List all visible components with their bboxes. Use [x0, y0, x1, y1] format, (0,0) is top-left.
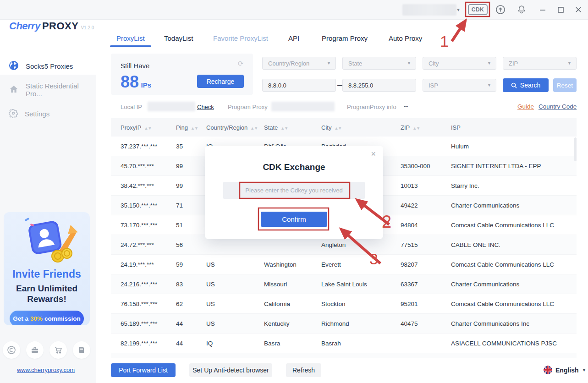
- website-link[interactable]: www.cherryproxy.com: [14, 367, 78, 373]
- cell-zip: 35300-000: [400, 156, 451, 176]
- sort-icon[interactable]: ▲▼: [280, 126, 288, 131]
- tab-todaylist[interactable]: TodayList: [164, 34, 193, 42]
- zip-filter-select[interactable]: ZIP▼: [503, 57, 577, 70]
- notification-bell-icon[interactable]: [516, 4, 527, 17]
- minimize-button[interactable]: [538, 5, 547, 16]
- sort-icon[interactable]: ▲▼: [412, 126, 420, 131]
- account-dropdown-blurred[interactable]: [402, 4, 456, 16]
- maximize-button[interactable]: [556, 5, 565, 16]
- refresh-button[interactable]: Refresh: [286, 363, 321, 377]
- confirm-button[interactable]: Confirm: [261, 212, 327, 227]
- sidebar-item-static-residential[interactable]: Static Residential Pro...: [0, 82, 96, 98]
- cell-country: US: [206, 314, 264, 334]
- chevron-down-icon: ▼: [582, 367, 587, 372]
- recharge-button[interactable]: Recharge: [197, 75, 244, 88]
- column-header-state[interactable]: State▲▼: [264, 118, 321, 137]
- invite-friends-card[interactable]: Invite Friends Earn Unlimited Rewards! G…: [4, 212, 90, 325]
- cell-proxyip: 45.70.***.***: [111, 156, 176, 176]
- sidebar-item-label: Static Residential Pro...: [26, 82, 96, 98]
- table-row[interactable]: 24.216.***.***83USMissouriLake Saint Lou…: [111, 274, 577, 294]
- column-header-isp[interactable]: ISP: [451, 118, 577, 137]
- local-ip-label: Local IP: [121, 104, 142, 110]
- book-icon[interactable]: [73, 341, 90, 359]
- column-header-country[interactable]: Country/Region▲▼: [206, 118, 264, 137]
- cell-ping: 56: [176, 235, 206, 255]
- ip-from-field-wrap: [262, 79, 336, 92]
- cell-proxyip: 82.199.***.***: [111, 334, 176, 353]
- column-header-ping[interactable]: Ping▲▼: [176, 118, 206, 137]
- table-row[interactable]: 82.199.***.***44IQBasraBasrahASIACELL CO…: [111, 334, 577, 353]
- chevron-down-icon: ▼: [327, 61, 331, 66]
- sort-icon[interactable]: ▲▼: [334, 126, 341, 131]
- ip-range-from-input[interactable]: [262, 79, 336, 92]
- program-proxy-value-blurred: [271, 102, 335, 111]
- cdkey-input[interactable]: [223, 182, 365, 199]
- cell-zip: [400, 137, 451, 156]
- column-header-zip[interactable]: ZIP▲▼: [400, 118, 451, 137]
- table-row[interactable]: 24.19.***.***59USWashingtonEverett98207C…: [111, 255, 577, 274]
- service-icon[interactable]: [3, 341, 20, 359]
- guide-link[interactable]: Guide: [517, 103, 534, 110]
- sort-icon[interactable]: ▲▼: [191, 126, 198, 131]
- cell-ping: 44: [176, 334, 206, 353]
- cell-ping: 44: [176, 314, 206, 334]
- country-filter-select[interactable]: Country/Region▼: [262, 57, 336, 70]
- cart-icon[interactable]: [49, 341, 67, 359]
- reset-button[interactable]: Reset: [553, 78, 577, 92]
- cell-isp: Charter Communications: [451, 196, 577, 215]
- commission-button[interactable]: Get a 30% commission: [10, 311, 84, 325]
- check-link[interactable]: Check: [197, 104, 214, 110]
- sort-icon[interactable]: ▲▼: [144, 126, 152, 131]
- city-filter-select[interactable]: City▼: [423, 57, 496, 70]
- account-caret-icon[interactable]: ▾: [457, 6, 460, 13]
- cell-state: Missouri: [264, 274, 321, 294]
- logo-version: V1.2.0: [81, 25, 94, 30]
- table-row[interactable]: 65.189.***.***44USKentuckyRichmond40475C…: [111, 314, 577, 334]
- upgrade-icon[interactable]: [495, 4, 506, 17]
- sidebar-item-socks5-proxies[interactable]: Socks5 Proxies: [0, 58, 96, 74]
- sidebar-item-settings[interactable]: Settings: [0, 106, 96, 121]
- country-code-link[interactable]: Country Code: [539, 103, 577, 110]
- table-scrollbar-thumb[interactable]: [574, 137, 577, 161]
- close-button[interactable]: [574, 5, 583, 16]
- tab-favorite-proxylist[interactable]: Favorite ProxyList: [213, 34, 268, 42]
- cell-zip: 98207: [400, 255, 451, 274]
- cell-country: US: [206, 255, 264, 274]
- chevron-down-icon: ▼: [487, 83, 491, 88]
- cell-proxyip: 35.150.***.***: [111, 196, 176, 215]
- column-header-city[interactable]: City▲▼: [321, 118, 400, 137]
- programproxy-info-label: ProgramProxy info: [347, 104, 396, 110]
- chevron-down-icon: ▼: [407, 61, 411, 66]
- cdk-button[interactable]: CDK: [468, 4, 488, 15]
- tab-program-proxy[interactable]: Program Proxy: [322, 34, 368, 42]
- cell-isp: CABLE ONE INC.: [451, 235, 577, 255]
- ip-range-to-input[interactable]: [342, 79, 416, 92]
- cell-country: US: [206, 294, 264, 314]
- cell-city: Everett: [321, 255, 400, 274]
- cell-zip: 63367: [400, 274, 451, 294]
- logo-proxy: PROXY: [42, 20, 79, 32]
- search-button[interactable]: Search: [503, 78, 549, 92]
- isp-filter-select[interactable]: ISP▼: [423, 79, 496, 92]
- table-row[interactable]: 76.158.***.***62USCaliforniaStockton9520…: [111, 294, 577, 314]
- tab-auto-proxy[interactable]: Auto Proxy: [389, 34, 422, 42]
- tab-proxylist[interactable]: ProxyList: [116, 34, 145, 42]
- language-selector[interactable]: English ▼: [544, 366, 586, 374]
- anti-detect-browser-button[interactable]: Set Up Anti-detect browser: [189, 363, 272, 377]
- column-header-proxyip[interactable]: ProxyIP▲▼: [111, 118, 176, 137]
- refresh-balance-icon[interactable]: ⟳: [238, 60, 244, 68]
- state-filter-select[interactable]: State▼: [342, 57, 416, 70]
- cell-zip: 95201: [400, 294, 451, 314]
- language-label: English: [555, 367, 579, 374]
- modal-close-icon[interactable]: ×: [371, 149, 376, 159]
- briefcase-icon[interactable]: [26, 341, 44, 359]
- cell-proxyip: 76.158.***.***: [111, 294, 176, 314]
- cell-ping: 35: [176, 137, 206, 156]
- port-forward-list-button[interactable]: Port Forward List: [111, 363, 176, 377]
- cell-state: California: [264, 294, 321, 314]
- tab-api[interactable]: API: [288, 34, 299, 42]
- cell-zip: 40475: [400, 314, 451, 334]
- sort-icon[interactable]: ▲▼: [250, 126, 258, 131]
- cell-city: Lake Saint Louis: [321, 274, 400, 294]
- cell-isp: Comcast Cable Communications LLC: [451, 215, 577, 235]
